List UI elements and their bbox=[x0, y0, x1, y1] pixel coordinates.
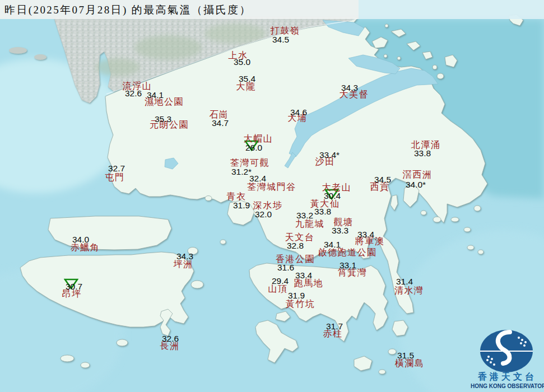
station-temperature: 34.6 bbox=[290, 108, 307, 117]
station-temperature: 33.2 bbox=[296, 211, 313, 220]
station-name: 黃竹坑 bbox=[286, 300, 315, 309]
station-name: 荃灣城門谷 bbox=[247, 183, 296, 192]
station-name: 山頂 bbox=[268, 284, 288, 293]
station-name: 清水灣 bbox=[394, 286, 424, 295]
station-temperature: 26.0 bbox=[245, 143, 262, 152]
station-name: 屯門 bbox=[105, 173, 125, 182]
station-name: 赤鱲角 bbox=[71, 243, 100, 252]
station-temperature: 31.6 bbox=[277, 263, 294, 272]
station-name: 深水埗 bbox=[253, 201, 283, 210]
station-temperature: 35.3 bbox=[155, 115, 171, 124]
station-temperature: 34.3 bbox=[176, 252, 193, 261]
station-temperature: 34.5 bbox=[374, 175, 391, 184]
hong-kong-map bbox=[0, 0, 544, 392]
station-name: 啟德跑道公園 bbox=[318, 248, 377, 257]
station-temperature: 33.4 bbox=[295, 271, 312, 280]
station-name: 滘西洲 bbox=[403, 170, 433, 179]
station-temperature: 33.4 bbox=[357, 230, 374, 239]
station-name: 跑馬地 bbox=[294, 279, 324, 288]
station-temperature: 34.0* bbox=[406, 180, 426, 189]
logo-cn-label: 香港天文台 bbox=[471, 371, 544, 383]
station-temperature: 32.8 bbox=[287, 241, 304, 250]
hko-logo-text: 香港天文台 HONG KONG OBSERVATORY bbox=[471, 328, 544, 389]
station-temperature: 31.7 bbox=[326, 322, 343, 331]
station-temperature: 31.5 bbox=[397, 351, 414, 360]
station-temperature: 29.4 bbox=[272, 277, 289, 286]
weather-map: 昨日(2025年07月28日) 的最高氣溫（攝氏度） 打鼓嶺34.5上水35.0… bbox=[0, 0, 544, 392]
station-temperature: 31.9 bbox=[288, 291, 305, 300]
station-name: 荃灣可觀 bbox=[230, 158, 269, 167]
station-temperature: 33.4* bbox=[319, 151, 340, 160]
station-temperature: 32.0 bbox=[255, 210, 272, 219]
station-temperature: 31.4 bbox=[396, 277, 413, 286]
station-temperature: 33.8 bbox=[314, 207, 331, 216]
station-name: 打鼓嶺 bbox=[271, 26, 300, 35]
page-title: 昨日(2025年07月28日) 的最高氣溫（攝氏度） bbox=[4, 3, 252, 17]
station-temperature: 35.4 bbox=[239, 74, 255, 83]
station-temperature: 34.5 bbox=[272, 35, 289, 44]
station-temperature: 34.1 bbox=[324, 240, 341, 249]
station-temperature: 33.8 bbox=[414, 149, 431, 158]
station-temperature: 34.7 bbox=[212, 119, 229, 128]
station-temperature: 32.4 bbox=[249, 174, 266, 183]
station-temperature: 35.0 bbox=[234, 58, 250, 67]
logo-en-label: HONG KONG OBSERVATORY bbox=[471, 383, 544, 389]
station-temperature: 34.0 bbox=[72, 235, 89, 244]
station-temperature: 34.1 bbox=[147, 91, 164, 100]
station-temperature: 32.7 bbox=[108, 164, 125, 173]
station-name: 大帽山 bbox=[244, 134, 273, 143]
station-name: 青衣 bbox=[227, 192, 247, 201]
station-temperature: 32.6 bbox=[162, 334, 179, 343]
station-name: 大隴 bbox=[236, 82, 256, 91]
station-name: 九龍城 bbox=[295, 220, 325, 228]
station-name: 橫瀾島 bbox=[395, 359, 425, 368]
station-temperature: 34.3 bbox=[341, 83, 358, 92]
station-temperature: 31.2* bbox=[231, 167, 252, 176]
station-temperature: 32.6 bbox=[125, 89, 142, 98]
station-temperature: 31.9 bbox=[233, 201, 250, 210]
station-temperature: 33.1 bbox=[340, 261, 356, 270]
station-temperature: 33.3 bbox=[332, 226, 348, 235]
station-temperature: 30.7 bbox=[66, 282, 82, 291]
station-name: 坪洲 bbox=[174, 260, 193, 269]
